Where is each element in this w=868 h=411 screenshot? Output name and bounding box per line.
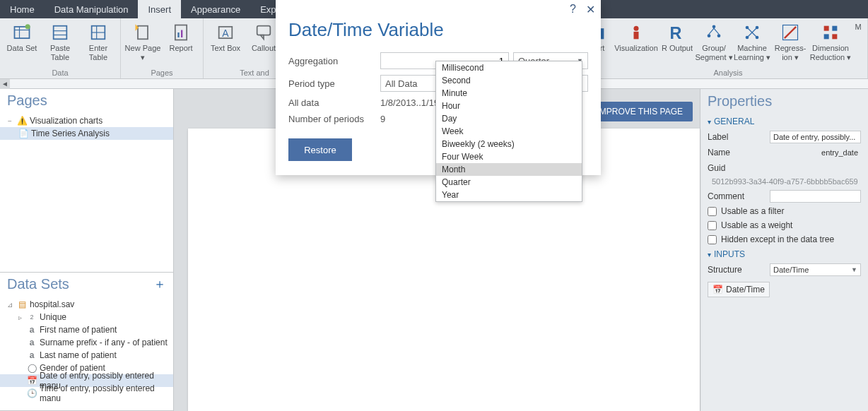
visualization-button[interactable]: Visualization	[613, 20, 659, 61]
chk-weight[interactable]: Usable as a weight	[708, 218, 861, 232]
var-unique[interactable]: ▹2Unique	[0, 311, 173, 323]
svg-rect-10	[138, 26, 148, 40]
svg-rect-13	[177, 32, 179, 37]
properties-title: Properties	[708, 89, 861, 114]
file-icon: ▤	[17, 299, 27, 309]
segment-icon	[704, 23, 724, 42]
section-general[interactable]: GENERAL	[708, 117, 861, 126]
text-icon: a	[27, 350, 37, 360]
group-segment-button[interactable]: Group/ Segment ▾	[695, 20, 733, 61]
paste-table-button[interactable]: Paste Table	[41, 20, 79, 61]
label-field[interactable]: Date of entry, possibly...	[770, 131, 861, 143]
svg-point-26	[708, 34, 711, 37]
guid-value: 5012b993-3a34-40f9-a757-6bbbb5bac659	[708, 176, 861, 189]
restore-button[interactable]: Restore	[288, 138, 352, 161]
r-output-button[interactable]: RR Output	[659, 20, 695, 61]
pages-tree: −⚠️Visualization charts 📄Time Series Ana…	[0, 112, 173, 143]
callout-icon	[254, 23, 274, 42]
group-label: Analysis	[714, 68, 743, 77]
page-node-visualization[interactable]: −⚠️Visualization charts	[0, 114, 173, 127]
chk-hidden[interactable]: Hidden except in the data tree	[708, 232, 861, 246]
svg-text:A: A	[222, 28, 229, 39]
option-four-week[interactable]: Four Week	[436, 150, 582, 163]
svg-line-28	[709, 28, 714, 34]
menu-appearance[interactable]: Appearance	[181, 0, 250, 18]
var-surname-prefix[interactable]: aSurname prefix - if any - of patient	[0, 336, 173, 349]
svg-rect-21	[601, 28, 604, 39]
menu-data-manipulation[interactable]: Data Manipulation	[45, 0, 139, 18]
r-icon: R	[667, 23, 687, 42]
report-icon	[171, 23, 191, 42]
data-set-button[interactable]: Data Set	[3, 20, 41, 61]
report-button[interactable]: Report	[162, 20, 200, 61]
label-lbl: Label	[708, 132, 770, 142]
svg-rect-14	[181, 30, 182, 38]
svg-rect-4	[54, 26, 67, 40]
dataset-file[interactable]: ⊿▤hospital.sav	[0, 298, 173, 311]
var-firstname[interactable]: aFirst name of patient	[0, 323, 173, 336]
machine-learning-button[interactable]: Machine Learning ▾	[733, 20, 771, 61]
svg-line-37	[785, 27, 796, 38]
svg-rect-38	[824, 26, 829, 31]
aggregation-label: Aggregation	[288, 56, 380, 66]
svg-marker-18	[260, 35, 264, 40]
option-week[interactable]: Week	[436, 125, 582, 138]
option-hour[interactable]: Hour	[436, 100, 582, 112]
menu-insert[interactable]: Insert	[138, 0, 181, 18]
dimension-reduction-button[interactable]: Dimension Reduction ▾	[809, 20, 852, 61]
page-node-time-series[interactable]: 📄Time Series Analysis	[0, 127, 173, 140]
calendar-icon: 📅	[712, 285, 723, 294]
option-biweekly-2-weeks-[interactable]: Biweekly (2 weeks)	[436, 138, 582, 150]
new-page-button[interactable]: New Page ▾	[124, 20, 162, 61]
paste-table-icon	[50, 23, 70, 42]
chk-filter[interactable]: Usable as a filter	[708, 204, 861, 218]
datasets-tree: ⊿▤hospital.sav ▹2Unique aFirst name of p…	[0, 295, 173, 403]
aggregation-dropdown: MillisecondSecondMinuteHourDayWeekBiweek…	[435, 61, 582, 202]
warn-icon: ⚠️	[17, 116, 27, 126]
structure-combo[interactable]: Date/Time▼	[770, 263, 861, 276]
var-time-entry[interactable]: 🕒Time of entry, possibly entered manu	[0, 387, 173, 400]
period-type-label: Period type	[288, 78, 380, 89]
svg-rect-23	[634, 32, 639, 40]
name-value: entry_date	[770, 146, 861, 159]
section-inputs[interactable]: INPUTS	[708, 249, 861, 259]
option-minute[interactable]: Minute	[436, 87, 582, 100]
option-year[interactable]: Year	[436, 189, 582, 201]
guid-lbl: Guid	[708, 163, 770, 173]
svg-rect-40	[824, 34, 829, 39]
close-icon[interactable]: ✕	[586, 3, 595, 16]
enter-table-button[interactable]: Enter Table	[79, 20, 117, 61]
var-lastname[interactable]: aLast name of patient	[0, 349, 173, 362]
option-quarter[interactable]: Quarter	[436, 176, 582, 189]
datetime-button[interactable]: 📅Date/Time	[708, 282, 770, 297]
comment-field[interactable]	[770, 190, 861, 203]
dim-reduce-icon	[821, 23, 840, 42]
structure-lbl: Structure	[708, 265, 770, 275]
datasets-title: Data Sets	[7, 276, 69, 292]
text-icon: a	[27, 325, 37, 335]
clock-icon: 🕒	[27, 388, 37, 398]
option-month[interactable]: Month	[436, 163, 582, 176]
name-lbl: Name	[708, 148, 770, 157]
ribbon-group-analysis: rt Visualization RR Output Group/ Segmen…	[588, 18, 868, 78]
menu-home[interactable]: Home	[0, 0, 45, 18]
data-set-icon	[12, 23, 32, 42]
regression-button[interactable]: Regress- ion ▾	[771, 20, 809, 61]
m-button[interactable]: M	[852, 20, 864, 61]
ribbon-group-data: Data Set Paste Table Enter Table Data	[0, 18, 121, 78]
add-dataset-button[interactable]: ＋	[153, 275, 166, 292]
visualization-icon	[626, 23, 646, 42]
num-periods-label: Number of periods	[288, 114, 380, 124]
text-box-button[interactable]: AText Box	[206, 20, 245, 53]
help-icon[interactable]: ?	[570, 3, 576, 16]
scroll-left-arrow[interactable]: ◄	[0, 79, 10, 89]
new-page-icon	[133, 23, 153, 42]
group-label: Data	[52, 68, 68, 77]
ribbon-group-pages: New Page ▾ Report Pages	[121, 18, 204, 78]
option-day[interactable]: Day	[436, 112, 582, 125]
option-second[interactable]: Second	[436, 74, 582, 87]
comment-lbl: Comment	[708, 191, 770, 201]
group-label: Text and	[240, 68, 269, 77]
category-icon: ◯	[27, 363, 37, 373]
option-millisecond[interactable]: Millisecond	[436, 61, 582, 74]
